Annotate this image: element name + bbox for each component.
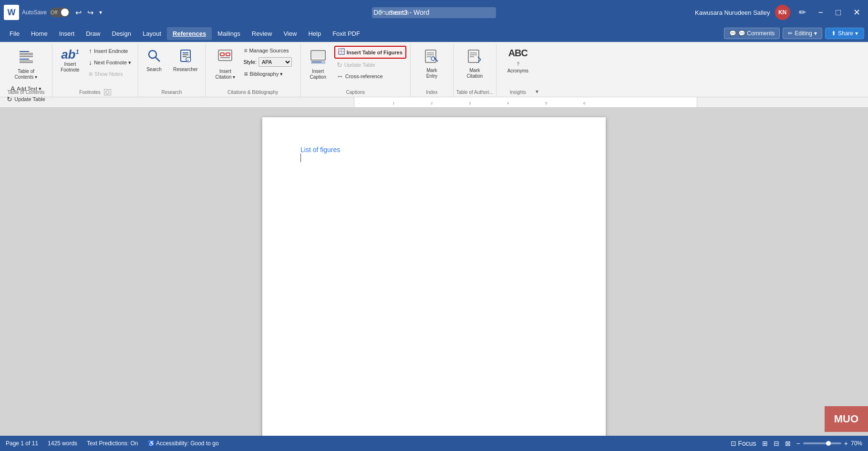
focus-icon: ⊡ (731, 440, 736, 447)
show-notes-icon: ≡ (89, 70, 93, 78)
toggle-knob (61, 9, 69, 16)
footnotes-group-label: Footnotes ⬡ (52, 90, 138, 95)
document-text: List of figures (300, 146, 568, 154)
zoom-out-button[interactable]: − (796, 440, 800, 447)
menu-layout[interactable]: Layout (137, 27, 167, 40)
redo-button[interactable]: ↪ (85, 7, 95, 18)
share-button[interactable]: ⬆ Share ▾ (825, 28, 864, 39)
svg-point-7 (149, 51, 156, 58)
footnotes-expand-icon[interactable]: ⬡ (104, 89, 111, 95)
captions-col: Insert Table of Figures ↻ Update Table ↔… (334, 46, 406, 82)
quick-access-button[interactable]: ▾ (97, 8, 104, 17)
researcher-label: Researcher (173, 67, 198, 72)
footnotes-group-content: ab1 InsertFootnote ↑ Insert Endnote ↓ Ne… (57, 46, 134, 97)
insert-footnote-button[interactable]: ab1 InsertFootnote (57, 46, 83, 75)
focus-button[interactable]: ⊡ Focus (731, 440, 756, 447)
menu-references[interactable]: References (167, 27, 212, 40)
mark-entry-button[interactable]: MarkEntry (418, 46, 445, 82)
ribbon-group-toc: Table ofContents ▾ A Add Text ▾ ↻ Update… (0, 44, 52, 97)
insert-citation-button[interactable]: - InsertCitation ▾ (212, 46, 238, 82)
ruler-mark-3: 3 (469, 101, 471, 105)
search-bar[interactable]: 🔍 (372, 7, 496, 18)
svg-line-8 (155, 57, 160, 62)
editing-pen-icon: ✏ (788, 30, 793, 37)
ruler-mark-2: 2 (431, 101, 433, 105)
menu-help[interactable]: Help (302, 27, 327, 40)
ruler-inner: · 1 2 3 4 5 6 (354, 97, 697, 107)
toa-group-label: Table of Authori... (454, 90, 496, 95)
accessibility-icon: ♿ (148, 440, 155, 447)
comment-icon: 💬 (729, 30, 736, 37)
undo-button[interactable]: ↩ (73, 7, 83, 18)
insert-endnote-icon: ↑ (89, 47, 92, 55)
update-table-captions-button[interactable]: ↻ Update Table (334, 60, 406, 70)
autosave-toggle[interactable]: Off (50, 8, 70, 17)
menu-design[interactable]: Design (106, 27, 137, 40)
menu-view[interactable]: View (278, 27, 302, 40)
acronyms-button[interactable]: ABC? Acronyms (504, 46, 532, 76)
update-table-toc-button[interactable]: ↻ Update Table (4, 94, 48, 104)
svg-rect-1 (20, 53, 33, 54)
status-right: ⊡ Focus ⊞ ⊟ ⊠ − + 70% (731, 440, 862, 447)
svg-text:+: + (187, 59, 189, 62)
mark-entry-label: MarkEntry (426, 68, 437, 79)
ruler-mark-4: 4 (507, 101, 509, 105)
menu-insert[interactable]: Insert (53, 27, 81, 40)
ribbon-expand-button[interactable]: ▾ (536, 88, 538, 95)
reader-view-button[interactable]: ⊠ (785, 440, 791, 447)
toc-group-content: Table ofContents ▾ A Add Text ▾ ↻ Update… (4, 46, 48, 104)
insert-table-figures-button[interactable]: Insert Table of Figures (334, 46, 406, 59)
page-info: Page 1 of 11 (6, 440, 38, 447)
undo-redo-area: ↩ ↪ ▾ (73, 7, 104, 18)
research-group-label: Research (138, 90, 205, 95)
citations-group-content: - InsertCitation ▾ ≡ Manage Sources Styl… (212, 46, 294, 97)
cross-reference-button[interactable]: ↔ Cross-reference (334, 71, 406, 82)
document-area: List of figures (0, 108, 868, 436)
document-page[interactable]: List of figures (262, 117, 606, 436)
title-bar: W AutoSave Off ↩ ↪ ▾ Document3 - Word 🔍 … (0, 0, 868, 25)
insert-endnote-button[interactable]: ↑ Insert Endnote (86, 46, 134, 56)
captions-group-content: InsertCaption Insert Table of Figures ↻ … (305, 46, 406, 97)
comments-button[interactable]: 💬 💬 Comments (724, 28, 780, 39)
menu-foxit[interactable]: Foxit PDF (327, 27, 366, 40)
user-name: Kawusara Nurudeen Salley (695, 9, 770, 16)
bibliography-button[interactable]: ≡ Bibliography ▾ (241, 69, 294, 79)
pen-button[interactable]: ✏ (795, 5, 810, 20)
menu-file[interactable]: File (4, 27, 25, 40)
toc-button[interactable]: Table ofContents ▾ (11, 46, 41, 82)
researcher-button[interactable]: + Researcher (170, 46, 201, 75)
toc-icon (18, 48, 35, 68)
ribbon-group-captions: InsertCaption Insert Table of Figures ↻ … (301, 44, 411, 97)
close-button[interactable]: ✕ (849, 5, 864, 20)
mark-citation-button[interactable]: MarkCitation (461, 46, 488, 82)
search-input[interactable] (389, 9, 475, 16)
editing-button[interactable]: ✏ Editing ▾ (783, 28, 822, 39)
web-layout-button[interactable]: ⊟ (774, 440, 779, 447)
insert-caption-button[interactable]: InsertCaption (305, 46, 331, 82)
insert-table-figures-icon (338, 48, 345, 56)
minimize-button[interactable]: − (815, 6, 827, 20)
ruler-mark-0: · (359, 101, 360, 105)
menu-draw[interactable]: Draw (80, 27, 106, 40)
show-notes-button[interactable]: ≡ Show Notes (86, 69, 134, 79)
svg-rect-4 (20, 59, 29, 60)
zoom-slider[interactable] (803, 442, 841, 444)
manage-sources-button[interactable]: ≡ Manage Sources (241, 46, 294, 55)
update-table-captions-icon: ↻ (337, 61, 342, 69)
mark-citation-label: MarkCitation (466, 68, 483, 79)
svg-rect-19 (226, 53, 230, 56)
citation-icon: - (217, 48, 234, 68)
index-group-label: Index (411, 90, 453, 95)
print-layout-button[interactable]: ⊞ (762, 440, 768, 447)
zoom-in-button[interactable]: + (844, 440, 848, 447)
menu-mailings[interactable]: Mailings (212, 27, 246, 40)
search-button[interactable]: Search (142, 46, 166, 75)
next-footnote-button[interactable]: ↓ Next Footnote ▾ (86, 57, 134, 68)
menu-review[interactable]: Review (246, 27, 278, 40)
accessibility-status: ♿ Accessibility: Good to go (148, 440, 219, 447)
menu-home[interactable]: Home (25, 27, 53, 40)
researcher-icon: + (178, 48, 193, 66)
maximize-button[interactable]: □ (832, 6, 845, 20)
style-select[interactable]: APA MLA Chicago (258, 57, 292, 67)
svg-rect-0 (20, 51, 29, 52)
